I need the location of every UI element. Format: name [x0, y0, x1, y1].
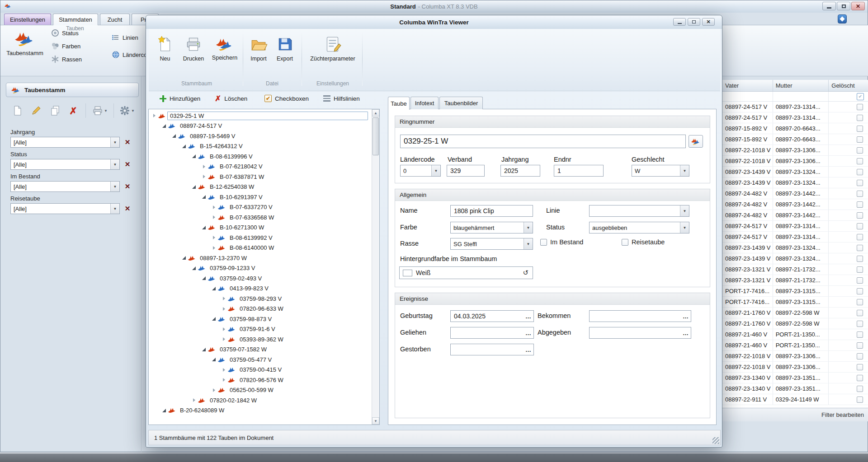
table-row[interactable]: PORT-17-7416...08897-23-1315... — [722, 297, 868, 308]
expand-icon[interactable] — [221, 378, 227, 382]
status-filter-combo[interactable]: [Alle]▼ — [10, 159, 120, 170]
collapse-icon[interactable] — [211, 287, 217, 290]
chevron-down-icon[interactable]: ▼ — [431, 165, 440, 176]
ring-pigeon-button[interactable] — [689, 135, 703, 148]
table-row[interactable]: 08897-21-1760 V08897-22-598 W — [722, 318, 868, 329]
hinzufuegen-button[interactable]: Hinzufügen — [160, 93, 200, 104]
checked-checkbox-icon[interactable]: ✔ — [264, 95, 272, 102]
tree-item[interactable]: B-10-6291397 V — [149, 192, 372, 202]
expand-icon[interactable] — [221, 327, 227, 331]
neu-button[interactable]: Neu — [152, 33, 178, 62]
checkboxen-toggle[interactable]: ✔ Checkboxen — [264, 93, 309, 104]
tree-item[interactable]: B-07-6218042 V — [149, 162, 372, 172]
tree-item[interactable]: 03759-07-1582 W — [149, 345, 372, 355]
expand-icon[interactable] — [201, 165, 207, 168]
clear-filter-icon[interactable]: ✕ — [123, 137, 132, 147]
table-row[interactable]: 08897-15-892 V08897-20-6643... — [722, 134, 868, 145]
tree-item[interactable]: B-08-6139992 V — [149, 233, 372, 243]
column-header-vater[interactable]: Vater — [722, 80, 773, 91]
chevron-down-icon[interactable]: ▼ — [680, 165, 689, 176]
abgegeben-input[interactable]: … — [589, 327, 691, 339]
gestorben-input[interactable]: … — [450, 344, 534, 355]
tree-item[interactable]: B-07-6387871 W — [149, 172, 372, 182]
collapse-icon[interactable] — [201, 226, 207, 229]
table-row[interactable]: 08897-24-517 V08897-23-1314... — [722, 102, 868, 112]
date-picker-dots-icon[interactable]: … — [683, 313, 689, 320]
expand-icon[interactable] — [221, 297, 227, 300]
filter-cell[interactable]: ✔ — [829, 92, 868, 101]
checkbox-icon[interactable] — [622, 239, 628, 246]
table-row[interactable]: 08897-23-1439 V08897-23-1324... — [722, 253, 868, 264]
tree-item[interactable]: B-08-6139996 V — [149, 151, 372, 162]
table-row[interactable]: 08897-21-460 VPORT-21-1350... — [722, 340, 868, 351]
table-row[interactable]: PORT-17-7416...08897-23-1315... — [722, 286, 868, 297]
geloescht-checkbox[interactable] — [857, 331, 863, 338]
geloescht-checkbox[interactable] — [857, 191, 863, 197]
table-row[interactable]: 08897-23-1439 V08897-23-1324... — [722, 243, 868, 253]
rasse-combo[interactable]: SG Steffl▼ — [450, 238, 533, 250]
table-row[interactable]: 08897-23-1340 V08897-23-1351... — [722, 383, 868, 394]
tree-item[interactable]: B-15-4264312 V — [149, 141, 372, 152]
date-picker-dots-icon[interactable]: … — [525, 313, 532, 320]
name-input[interactable]: 1808 pink Clip — [450, 205, 533, 217]
geloescht-checkbox[interactable] — [857, 375, 863, 381]
hilfslinien-toggle[interactable]: Hilfslinien — [323, 93, 360, 104]
print-button[interactable]: ▼ — [89, 103, 111, 119]
tree-item[interactable]: 0413-99-823 V — [149, 284, 372, 294]
tree-item[interactable]: 05625-00-599 W — [149, 385, 372, 396]
geloescht-checkbox[interactable] — [857, 277, 863, 284]
settings-gear-button[interactable]: ▼ — [116, 103, 138, 119]
table-row[interactable]: 08897-23-1439 V08897-23-1324... — [722, 167, 868, 177]
expand-icon[interactable] — [211, 388, 217, 392]
rassen-button[interactable]: Rassen — [51, 54, 82, 64]
tree-item[interactable]: B-08-6140000 W — [149, 243, 372, 253]
filter-edit-bar[interactable]: Filter bearbeiten — [722, 408, 868, 421]
minimize-button[interactable] — [822, 2, 836, 10]
table-row[interactable]: 08897-22-1018 V08897-23-1306... — [722, 351, 868, 362]
geloescht-checkbox[interactable] — [857, 288, 863, 294]
geloescht-checkbox[interactable] — [857, 223, 863, 229]
geloescht-checkbox[interactable] — [857, 169, 863, 175]
filter-cell[interactable] — [773, 92, 829, 101]
collapse-icon[interactable] — [201, 348, 207, 351]
geloescht-checkbox[interactable] — [857, 158, 863, 164]
collapse-icon[interactable] — [201, 276, 207, 280]
taubenstamm-button[interactable]: Taubenstamm — [5, 27, 45, 74]
status-combo[interactable]: ausgeblieben▼ — [589, 222, 689, 233]
table-row[interactable]: 08897-24-482 V08897-23-1442... — [722, 199, 868, 210]
table-row[interactable]: 08897-22-911 V0329-24-1149 W — [722, 394, 868, 405]
dialog-close-button[interactable]: ✕ — [702, 18, 715, 26]
tree-item[interactable]: 07820-96-633 W — [149, 304, 372, 314]
expand-icon[interactable] — [151, 114, 157, 117]
collapse-icon[interactable] — [181, 256, 187, 260]
jahrgang-input[interactable]: 2025 — [500, 165, 540, 177]
table-row[interactable]: 08897-24-482 V08897-23-1442... — [722, 210, 868, 221]
tab-einstellungen[interactable]: Einstellungen — [4, 14, 51, 25]
farbe-combo[interactable]: blaugehämmert▼ — [450, 222, 533, 233]
chevron-down-icon[interactable]: ▼ — [110, 182, 119, 191]
maximize-button[interactable] — [837, 2, 850, 10]
expand-icon[interactable] — [191, 398, 197, 402]
column-header-mutter[interactable]: Mutter — [773, 80, 829, 91]
checkbox-icon[interactable] — [540, 239, 547, 246]
expand-icon[interactable] — [211, 236, 217, 239]
geloescht-checkbox[interactable] — [857, 201, 863, 208]
tab-infotext[interactable]: Infotext — [410, 97, 439, 109]
farben-button[interactable]: Farben — [51, 41, 80, 51]
tree-item[interactable]: B-07-6337270 V — [149, 202, 372, 213]
tab-stammdaten[interactable]: Stammdaten — [53, 14, 98, 25]
scroll-down-icon[interactable]: ▼ — [372, 417, 379, 425]
tree-item[interactable]: 03759-00-415 V — [149, 365, 372, 375]
jahrgang-filter-combo[interactable]: [Alle]▼ — [10, 137, 120, 148]
reisetaube-checkbox[interactable]: Reisetaube — [622, 238, 665, 246]
clear-filter-icon[interactable]: ✕ — [123, 182, 132, 191]
tree-item[interactable]: B-10-6271300 W — [149, 223, 372, 233]
geloescht-checkbox[interactable] — [857, 234, 863, 240]
hintergrundfarbe-picker[interactable]: Weiß ↺ — [399, 266, 533, 279]
table-row[interactable]: 08897-22-1018 V08897-23-1306... — [722, 362, 868, 373]
tree-item[interactable]: 0329-25-1 W — [149, 111, 372, 121]
table-row[interactable]: 08897-23-1340 V08897-23-1351... — [722, 373, 868, 383]
geburtstag-input[interactable]: 04.03.2025… — [450, 310, 534, 322]
clear-filter-icon[interactable]: ✕ — [123, 204, 132, 214]
geloescht-checkbox[interactable] — [857, 266, 863, 273]
